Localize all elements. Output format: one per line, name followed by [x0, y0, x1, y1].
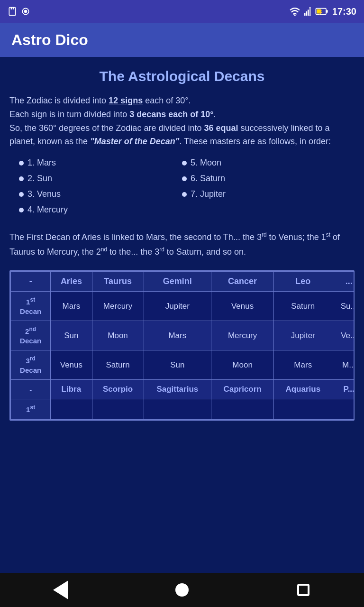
svg-rect-1 — [11, 8, 12, 9]
row-label-1st-bottom: 1st — [11, 399, 51, 420]
back-icon — [53, 580, 68, 599]
planet-list: 1. Mars 2. Sun 3. Venus 4. Mercury 5. Mo… — [9, 158, 355, 221]
cell-2nd-taurus: Moon — [92, 321, 144, 350]
col-header-taurus: Taurus — [92, 272, 144, 292]
cell-1st-pisces — [332, 399, 355, 420]
time-display: 17:30 — [332, 6, 356, 17]
record-icon — [21, 7, 30, 16]
main-content: The Astrological Decans The Zodiac is di… — [0, 57, 364, 432]
decans-table: - Aries Taurus Gemini Cancer Leo ... 1st… — [10, 271, 355, 420]
planet-3: 3. Venus — [19, 189, 182, 199]
bullet-1 — [19, 161, 24, 166]
planet-5-label: 5. Moon — [191, 158, 221, 168]
intro-paragraph: The Zodiac is divided into 12 signs each… — [9, 94, 355, 148]
wifi-icon — [290, 7, 300, 16]
planet-1-label: 1. Mars — [27, 158, 56, 168]
bullet-2 — [19, 176, 24, 181]
col-header-cancer: Cancer — [211, 272, 274, 292]
cell-scorpio: Scorpio — [92, 380, 144, 399]
app-title: Astro Dico — [11, 31, 88, 49]
table-header-row: - Aries Taurus Gemini Cancer Leo ... — [11, 272, 355, 292]
decan-description: The First Decan of Aries is linked to Ma… — [9, 230, 355, 259]
svg-point-5 — [294, 14, 296, 16]
cell-1st-sagittarius — [144, 399, 211, 420]
row-label-3rd-decan: 3rdDecan — [11, 350, 51, 380]
cell-3rd-aries: Venus — [51, 350, 92, 380]
signs-link[interactable]: 12 signs — [109, 96, 143, 105]
cell-1st-extra: Su... — [332, 292, 355, 321]
col-header-gemini: Gemini — [144, 272, 211, 292]
row-label-signs2: - — [11, 380, 51, 399]
status-right-icons: ⚡ 17:30 — [290, 6, 356, 17]
table-row: 2ndDecan Sun Moon Mars Mercury Jupiter V… — [11, 321, 355, 350]
row-label-1st-decan: 1stDecan — [11, 292, 51, 321]
cell-libra: Libra — [51, 380, 92, 399]
row-label-2nd-decan: 2ndDecan — [11, 321, 51, 350]
intro-text-1: each of 30°. — [145, 96, 191, 105]
cell-3rd-gemini: Sun — [144, 350, 211, 380]
cell-aquarius: Aquarius — [274, 380, 332, 399]
home-button[interactable] — [168, 576, 196, 604]
planet-4-label: 4. Mercury — [27, 205, 68, 215]
cell-capricorn: Capricorn — [211, 380, 274, 399]
cell-1st-libra — [51, 399, 92, 420]
planet-4: 4. Mercury — [19, 205, 182, 215]
col-header-leo: Leo — [274, 272, 332, 292]
svg-rect-0 — [9, 8, 15, 16]
intro-text-2: Each sign is in turn divided into 3 deca… — [9, 110, 216, 119]
bullet-4 — [19, 208, 24, 212]
status-left-icons — [8, 7, 30, 16]
page-title: The Astrological Decans — [9, 68, 355, 84]
back-button[interactable] — [46, 576, 75, 604]
planet-7: 7. Jupiter — [182, 189, 345, 199]
cell-1st-scorpio — [92, 399, 144, 420]
planet-col-1: 1. Mars 2. Sun 3. Venus 4. Mercury — [19, 158, 182, 221]
status-bar: ⚡ 17:30 — [0, 0, 364, 23]
table-row: - Libra Scorpio Sagittarius Capricorn Aq… — [11, 380, 355, 399]
bullet-3 — [19, 192, 24, 197]
navigation-bar — [0, 573, 364, 607]
planet-2: 2. Sun — [19, 174, 182, 184]
cell-3rd-taurus: Saturn — [92, 350, 144, 380]
planet-3-label: 3. Venus — [27, 189, 61, 199]
cell-2nd-cancer: Mercury — [211, 321, 274, 350]
svg-rect-7 — [306, 11, 307, 16]
cell-2nd-leo: Jupiter — [274, 321, 332, 350]
cell-1st-aquarius — [274, 399, 332, 420]
bullet-7 — [182, 192, 187, 197]
planet-7-label: 7. Jupiter — [191, 189, 226, 199]
cell-1st-leo: Saturn — [274, 292, 332, 321]
svg-rect-11 — [326, 10, 328, 12]
cell-1st-aries: Mars — [51, 292, 92, 321]
bullet-6 — [182, 176, 187, 181]
planet-2-label: 2. Sun — [27, 174, 52, 184]
table-row: 3rdDecan Venus Saturn Sun Moon Mars M... — [11, 350, 355, 380]
recent-button[interactable] — [289, 576, 318, 604]
cell-2nd-aries: Sun — [51, 321, 92, 350]
planet-1: 1. Mars — [19, 158, 182, 168]
app-toolbar: Astro Dico — [0, 23, 364, 57]
recent-icon — [297, 584, 309, 596]
svg-rect-2 — [13, 8, 14, 9]
svg-rect-6 — [304, 13, 306, 16]
col-header-aries: Aries — [51, 272, 92, 292]
cell-3rd-cancer: Moon — [211, 350, 274, 380]
cell-3rd-leo: Mars — [274, 350, 332, 380]
cell-2nd-gemini: Mars — [144, 321, 211, 350]
table-row: 1st — [11, 399, 355, 420]
decans-table-wrapper[interactable]: - Aries Taurus Gemini Cancer Leo ... 1st… — [9, 270, 355, 421]
planet-6: 6. Saturn — [182, 174, 345, 184]
planet-col-2: 5. Moon 6. Saturn 7. Jupiter — [182, 158, 345, 221]
intro-text-3: So, the 360° degrees of the Zodiac are d… — [9, 123, 331, 147]
cell-1st-cancer: Venus — [211, 292, 274, 321]
cell-1st-capricorn — [211, 399, 274, 420]
col-header-extra: ... — [332, 272, 355, 292]
svg-rect-9 — [309, 7, 310, 16]
svg-text:⚡: ⚡ — [318, 9, 324, 15]
cell-2nd-extra: Ve... — [332, 321, 355, 350]
home-icon — [175, 583, 189, 597]
cell-1st-gemini: Jupiter — [144, 292, 211, 321]
col-header-empty: - — [11, 272, 51, 292]
svg-rect-8 — [308, 9, 309, 16]
planet-6-label: 6. Saturn — [191, 174, 225, 184]
